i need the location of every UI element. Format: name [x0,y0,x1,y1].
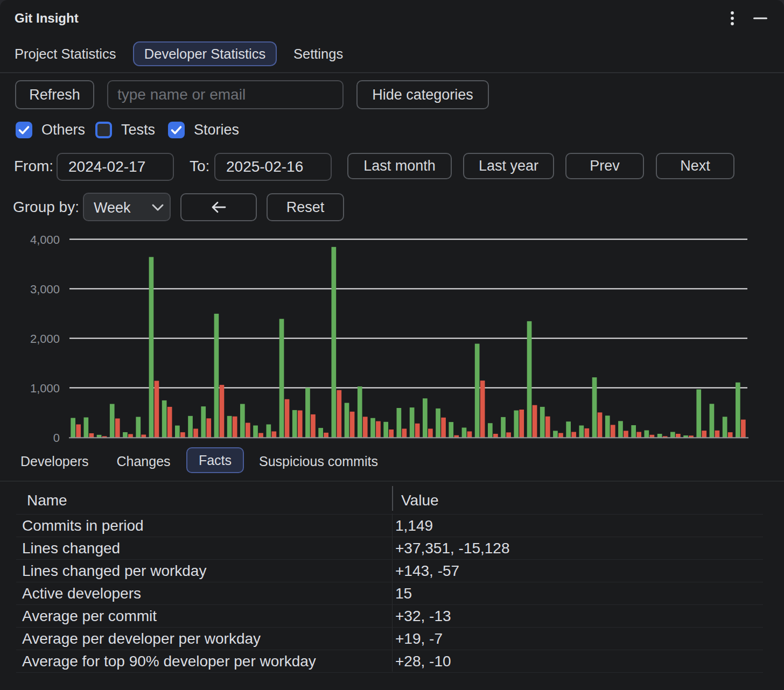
svg-text:2,000: 2,000 [30,332,60,346]
svg-text:4,000: 4,000 [30,233,60,247]
svg-text:1,000: 1,000 [30,382,60,395]
svg-text:0: 0 [53,431,60,445]
svg-text:3,000: 3,000 [30,283,60,296]
